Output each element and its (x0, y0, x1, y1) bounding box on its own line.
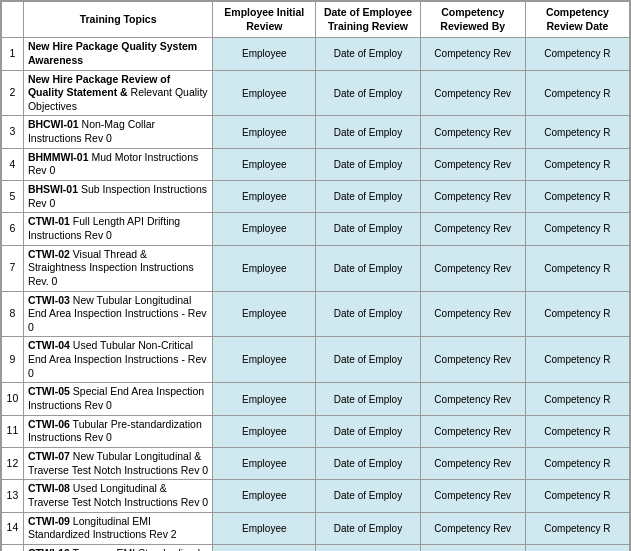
topic-bold: CTWI-09 (28, 515, 70, 527)
data-cell-3: Competency Rev (420, 415, 525, 447)
row-number: 15 (2, 544, 24, 551)
data-cell-4: Competency R (525, 116, 629, 148)
data-cell-1: Employee (213, 38, 316, 70)
data-cell-2: Date of Employ (316, 291, 420, 337)
topic-bold: CTWI-05 (28, 385, 70, 397)
row-number: 14 (2, 512, 24, 544)
topic-cell: CTWI-10 Traverse EMI Standardized Instru… (23, 544, 212, 551)
data-cell-3: Competency Rev (420, 70, 525, 116)
table-row: 5BHSWI-01 Sub Inspection Instructions Re… (2, 181, 630, 213)
topic-bold: BHMMWI-01 (28, 151, 89, 163)
topic-bold: CTWI-10 (28, 547, 70, 551)
table-row: 1New Hire Package Quality System Awarene… (2, 38, 630, 70)
table-row: 15CTWI-10 Traverse EMI Standardized Inst… (2, 544, 630, 551)
data-cell-1: Employee (213, 544, 316, 551)
col2-header: Date of Employee Training Review (316, 2, 420, 38)
data-cell-1: Employee (213, 291, 316, 337)
topics-header: Training Topics (23, 2, 212, 38)
data-cell-4: Competency R (525, 337, 629, 383)
topic-cell: BHMMWI-01 Mud Motor Instructions Rev 0 (23, 148, 212, 180)
data-cell-2: Date of Employ (316, 38, 420, 70)
topic-bold: CTWI-02 (28, 248, 70, 260)
topic-bold: BHCWI-01 (28, 118, 79, 130)
data-cell-4: Competency R (525, 383, 629, 415)
topic-bold: CTWI-01 (28, 215, 70, 227)
data-cell-1: Employee (213, 245, 316, 291)
topic-cell: CTWI-06 Tubular Pre-standardization Inst… (23, 415, 212, 447)
table-row: 11CTWI-06 Tubular Pre-standardization In… (2, 415, 630, 447)
table-row: 7CTWI-02 Visual Thread & Straightness In… (2, 245, 630, 291)
data-cell-4: Competency R (525, 148, 629, 180)
data-cell-4: Competency R (525, 245, 629, 291)
topic-bold: New Hire Package Quality System Awarenes… (28, 40, 197, 66)
table-row: 6CTWI-01 Full Length API Drifting Instru… (2, 213, 630, 245)
data-cell-4: Competency R (525, 480, 629, 512)
table-row: 14CTWI-09 Longitudinal EMI Standardized … (2, 512, 630, 544)
data-cell-2: Date of Employ (316, 415, 420, 447)
topic-bold: CTWI-04 (28, 339, 70, 351)
topic-cell: CTWI-08 Used Longitudinal & Traverse Tes… (23, 480, 212, 512)
row-number: 6 (2, 213, 24, 245)
data-cell-3: Competency Rev (420, 447, 525, 479)
data-cell-3: Competency Rev (420, 337, 525, 383)
data-cell-1: Employee (213, 337, 316, 383)
topic-cell: CTWI-02 Visual Thread & Straightness Ins… (23, 245, 212, 291)
table-row: 3BHCWI-01 Non-Mag Collar Instructions Re… (2, 116, 630, 148)
row-number: 5 (2, 181, 24, 213)
data-cell-2: Date of Employ (316, 337, 420, 383)
topic-cell: CTWI-04 Used Tubular Non-Critical End Ar… (23, 337, 212, 383)
data-cell-3: Competency Rev (420, 38, 525, 70)
row-number: 1 (2, 38, 24, 70)
topic-bold: CTWI-08 (28, 482, 70, 494)
table-row: 12CTWI-07 New Tubular Longitudinal & Tra… (2, 447, 630, 479)
topic-bold: CTWI-07 (28, 450, 70, 462)
row-number: 10 (2, 383, 24, 415)
topic-cell: CTWI-09 Longitudinal EMI Standardized In… (23, 512, 212, 544)
data-cell-2: Date of Employ (316, 70, 420, 116)
data-cell-4: Competency R (525, 415, 629, 447)
data-cell-1: Employee (213, 447, 316, 479)
data-cell-3: Competency Rev (420, 148, 525, 180)
data-cell-4: Competency R (525, 291, 629, 337)
topic-bold: CTWI-06 (28, 418, 70, 430)
table-row: 2New Hire Package Review of Quality Stat… (2, 70, 630, 116)
row-number: 11 (2, 415, 24, 447)
topic-bold: BHSWI-01 (28, 183, 78, 195)
topic-bold: CTWI-03 (28, 294, 70, 306)
data-cell-2: Date of Employ (316, 116, 420, 148)
data-cell-2: Date of Employ (316, 181, 420, 213)
data-cell-4: Competency R (525, 447, 629, 479)
table-row: 4BHMMWI-01 Mud Motor Instructions Rev 0E… (2, 148, 630, 180)
row-number: 4 (2, 148, 24, 180)
data-cell-2: Date of Employ (316, 544, 420, 551)
table-row: 10CTWI-05 Special End Area Inspection In… (2, 383, 630, 415)
topic-cell: BHCWI-01 Non-Mag Collar Instructions Rev… (23, 116, 212, 148)
data-cell-2: Date of Employ (316, 512, 420, 544)
row-number: 8 (2, 291, 24, 337)
col3-header: Competency Reviewed By (420, 2, 525, 38)
topic-cell: CTWI-05 Special End Area Inspection Inst… (23, 383, 212, 415)
data-cell-4: Competency R (525, 213, 629, 245)
data-cell-1: Employee (213, 116, 316, 148)
table-row: 8CTWI-03 New Tubular Longitudinal End Ar… (2, 291, 630, 337)
row-number: 2 (2, 70, 24, 116)
data-cell-3: Competency Rev (420, 213, 525, 245)
data-cell-3: Competency Rev (420, 181, 525, 213)
data-cell-3: Competency Rev (420, 116, 525, 148)
training-table: Training Topics Employee Initial Review … (0, 0, 631, 551)
data-cell-1: Employee (213, 383, 316, 415)
data-cell-1: Employee (213, 70, 316, 116)
data-cell-4: Competency R (525, 181, 629, 213)
topic-cell: New Hire Package Review of Quality State… (23, 70, 212, 116)
data-cell-4: Competency R (525, 38, 629, 70)
data-cell-4: Competency R (525, 512, 629, 544)
data-cell-2: Date of Employ (316, 245, 420, 291)
row-number: 12 (2, 447, 24, 479)
data-cell-4: Competency R (525, 544, 629, 551)
data-cell-3: Competency Rev (420, 544, 525, 551)
col4-header: Competency Review Date (525, 2, 629, 38)
num-header (2, 2, 24, 38)
row-number: 9 (2, 337, 24, 383)
topic-cell: CTWI-01 Full Length API Drifting Instruc… (23, 213, 212, 245)
data-cell-3: Competency Rev (420, 383, 525, 415)
